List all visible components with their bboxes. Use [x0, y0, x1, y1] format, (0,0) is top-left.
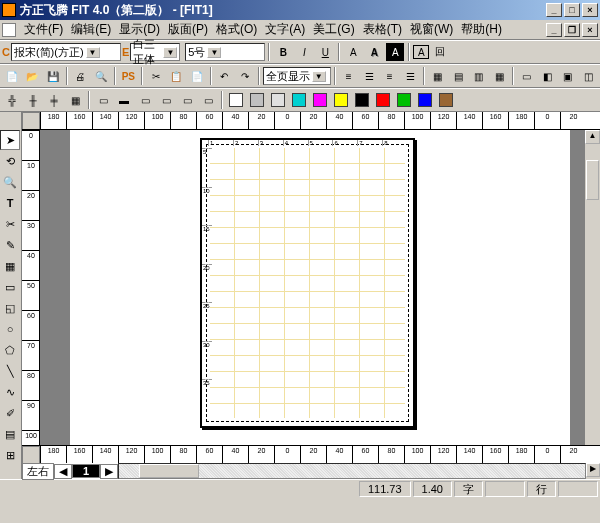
paste-button[interactable]: 📄: [187, 66, 207, 86]
extra1-button[interactable]: ▭: [517, 66, 537, 86]
scroll-up-button[interactable]: ▲: [585, 130, 600, 144]
rect-tool[interactable]: ▭: [0, 277, 20, 297]
brush-tool[interactable]: ∿: [0, 382, 20, 402]
extra4-button[interactable]: ◫: [579, 66, 599, 86]
copy-button[interactable]: 📋: [167, 66, 187, 86]
align-right-button[interactable]: ≡: [380, 66, 400, 86]
menu-帮助(H)[interactable]: 帮助(H): [457, 20, 506, 38]
color-red[interactable]: [373, 90, 393, 110]
font-family-dropdown[interactable]: 报宋(简)(方正)▼: [11, 43, 121, 61]
bold-button[interactable]: B: [273, 42, 293, 62]
maximize-button[interactable]: □: [564, 3, 580, 17]
menu-美工(G)[interactable]: 美工(G): [309, 20, 358, 38]
color-black[interactable]: [352, 90, 372, 110]
zoom-tool[interactable]: 🔍: [0, 172, 20, 192]
underline-button[interactable]: U: [315, 42, 335, 62]
align-justify-button[interactable]: ☰: [400, 66, 420, 86]
ellipse-tool[interactable]: ○: [0, 319, 20, 339]
frame2-button[interactable]: ▬: [114, 90, 134, 110]
reverse-button[interactable]: A: [385, 42, 405, 62]
color-cyan[interactable]: [289, 90, 309, 110]
frame1-button[interactable]: ▭: [93, 90, 113, 110]
print-button[interactable]: 🖨: [71, 66, 91, 86]
color-white[interactable]: [226, 90, 246, 110]
grid3-button[interactable]: ▥: [469, 66, 489, 86]
roundrect-tool[interactable]: ◱: [0, 298, 20, 318]
layers-tool[interactable]: ▤: [0, 424, 20, 444]
align-center-button[interactable]: ☰: [359, 66, 379, 86]
frame5-button[interactable]: ▭: [177, 90, 197, 110]
shadow-button[interactable]: A: [364, 42, 384, 62]
open-button[interactable]: 📂: [23, 66, 43, 86]
scroll-thumb-v[interactable]: [586, 160, 599, 200]
grid2-button[interactable]: ▤: [449, 66, 469, 86]
mdi-restore-button[interactable]: ❐: [564, 23, 580, 37]
frame6-button[interactable]: ▭: [198, 90, 218, 110]
menu-显示(D)[interactable]: 显示(D): [115, 20, 164, 38]
paper-area[interactable]: 12345678 5101520253035: [40, 130, 584, 445]
mdi-minimize-button[interactable]: _: [546, 23, 562, 37]
page[interactable]: 12345678 5101520253035: [200, 138, 415, 428]
menu-视窗(W)[interactable]: 视窗(W): [406, 20, 457, 38]
preview-button[interactable]: 🔍: [91, 66, 111, 86]
zoom-dropdown[interactable]: 全页显示▼: [263, 67, 331, 85]
crop-tool[interactable]: ✂: [0, 214, 20, 234]
undo-button[interactable]: ↶: [215, 66, 235, 86]
font-size-dropdown[interactable]: 5号▼: [185, 43, 265, 61]
color-brown[interactable]: [436, 90, 456, 110]
eyedrop-tool[interactable]: ✎: [0, 235, 20, 255]
page-leftright-label[interactable]: 左右: [22, 463, 54, 480]
pen-tool[interactable]: ✐: [0, 403, 20, 423]
polygon-tool[interactable]: ⬠: [0, 340, 20, 360]
menu-格式(O)[interactable]: 格式(O): [212, 20, 261, 38]
italic-button[interactable]: I: [294, 42, 314, 62]
menu-版面(P)[interactable]: 版面(P): [164, 20, 212, 38]
close-button[interactable]: ×: [582, 3, 598, 17]
scrollbar-horizontal[interactable]: [118, 463, 586, 479]
layout2-button[interactable]: ╫: [23, 90, 43, 110]
scroll-right-button[interactable]: ▶: [586, 463, 600, 477]
color-gray[interactable]: [247, 90, 267, 110]
align-left-button[interactable]: ≡: [339, 66, 359, 86]
mdi-close-button[interactable]: ×: [582, 23, 598, 37]
box2-button[interactable]: 回: [430, 42, 450, 62]
page-prev-button[interactable]: ◀: [54, 464, 72, 479]
cut-button[interactable]: ✂: [146, 66, 166, 86]
grid1-button[interactable]: ▦: [428, 66, 448, 86]
scrollbar-vertical[interactable]: ▲: [584, 130, 600, 445]
redo-button[interactable]: ↷: [235, 66, 255, 86]
page-current[interactable]: 1: [72, 464, 100, 478]
menu-文件(F)[interactable]: 文件(F): [20, 20, 67, 38]
scroll-thumb-h[interactable]: [139, 464, 199, 478]
frame4-button[interactable]: ▭: [156, 90, 176, 110]
layout1-button[interactable]: ╬: [2, 90, 22, 110]
grid-tool[interactable]: ⊞: [0, 445, 20, 465]
pointer-tool[interactable]: ➤: [0, 130, 20, 150]
font-style-dropdown[interactable]: 白三正体▼: [130, 43, 180, 61]
line-tool[interactable]: ╲: [0, 361, 20, 381]
extra3-button[interactable]: ▣: [558, 66, 578, 86]
outline-button[interactable]: A: [343, 42, 363, 62]
new-button[interactable]: 📄: [2, 66, 22, 86]
menu-表格(T)[interactable]: 表格(T): [359, 20, 406, 38]
ps-button[interactable]: PS: [119, 66, 139, 86]
color-blue[interactable]: [415, 90, 435, 110]
frame3-button[interactable]: ▭: [135, 90, 155, 110]
layout3-button[interactable]: ╪: [44, 90, 64, 110]
menu-编辑(E)[interactable]: 编辑(E): [67, 20, 115, 38]
page-next-button[interactable]: ▶: [100, 464, 118, 479]
color-green[interactable]: [394, 90, 414, 110]
save-button[interactable]: 💾: [43, 66, 63, 86]
color-yellow[interactable]: [331, 90, 351, 110]
color-magenta[interactable]: [310, 90, 330, 110]
rotate-tool[interactable]: ⟲: [0, 151, 20, 171]
grid4-button[interactable]: ▦: [490, 66, 510, 86]
text-tool[interactable]: T: [0, 193, 20, 213]
extra2-button[interactable]: ◧: [538, 66, 558, 86]
layout4-button[interactable]: ▦: [65, 90, 85, 110]
gradient-tool[interactable]: ▦: [0, 256, 20, 276]
menu-文字(A)[interactable]: 文字(A): [261, 20, 309, 38]
minimize-button[interactable]: _: [546, 3, 562, 17]
box1-button[interactable]: A: [413, 45, 429, 59]
color-ltgray[interactable]: [268, 90, 288, 110]
